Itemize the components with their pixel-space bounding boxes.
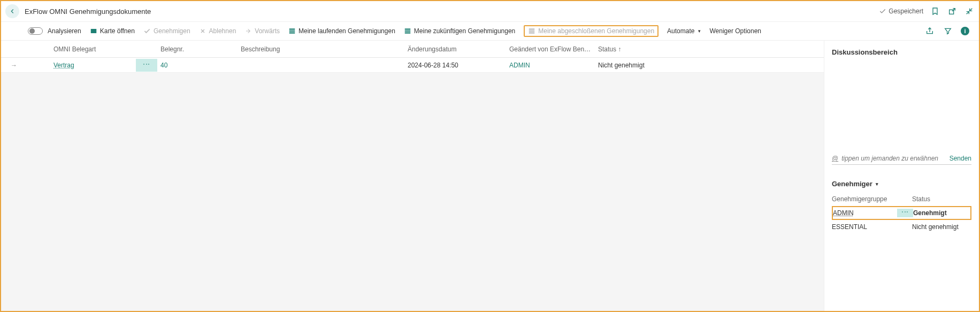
- approver-status: Nicht genehmigt: [912, 223, 971, 231]
- open-card-label: Karte öffnen: [100, 27, 135, 35]
- col-changed-by[interactable]: Geändert von ExFlow Benutzername: [506, 42, 595, 56]
- svg-rect-4: [289, 32, 295, 33]
- status-value: Nicht genehmigt: [595, 59, 670, 71]
- filter-icon: [944, 27, 952, 35]
- collapse-icon: [965, 7, 974, 16]
- bookmark-button[interactable]: [930, 6, 940, 17]
- svg-rect-3: [289, 31, 295, 32]
- doc-no[interactable]: 40: [157, 59, 238, 71]
- arrow-left-icon: [9, 7, 16, 15]
- svg-rect-9: [529, 31, 535, 32]
- approver-group-link[interactable]: ADMIN: [833, 209, 854, 217]
- reject-label: Ablehnen: [209, 27, 236, 35]
- check-icon: [143, 27, 151, 35]
- my-future-label: Meine zukünftigen Genehmigungen: [414, 27, 515, 35]
- share-button[interactable]: [924, 26, 935, 36]
- toggle-icon: [28, 27, 43, 35]
- info-button[interactable]: i: [961, 27, 969, 35]
- grid-header: OMNI Belegart Belegnr. Beschreibung Ände…: [1, 41, 824, 58]
- popout-icon: [948, 7, 956, 16]
- forward-label: Vorwärts: [255, 27, 280, 35]
- row-arrow-icon: →: [1, 59, 27, 71]
- row-menu-button[interactable]: ⋮: [136, 59, 157, 72]
- col-status[interactable]: Status ↑: [595, 42, 670, 56]
- vertical-dots-icon: ⋮: [902, 209, 908, 216]
- approve-label: Genehmigen: [154, 27, 190, 35]
- svg-rect-1: [90, 29, 96, 33]
- col-doc-no[interactable]: Belegnr.: [157, 42, 238, 56]
- info-icon: i: [964, 28, 966, 34]
- saved-indicator: Gespeichert: [879, 7, 923, 15]
- chevron-down-icon: ▾: [698, 28, 701, 34]
- saved-label: Gespeichert: [889, 7, 923, 15]
- col-change-date[interactable]: Änderungsdatum: [404, 42, 506, 56]
- approver-row[interactable]: ADMIN ⋮ Genehmigt: [832, 206, 971, 220]
- svg-rect-10: [529, 32, 535, 33]
- open-card-button[interactable]: Karte öffnen: [90, 27, 135, 35]
- change-date: 2024-06-28 14:50: [404, 59, 506, 71]
- approver-table-header: Genehmigergruppe Status: [832, 195, 971, 203]
- back-button[interactable]: [5, 4, 19, 18]
- page-title: ExFlow OMNI Genehmigungsdokumente: [25, 7, 151, 16]
- filter-button[interactable]: [943, 26, 953, 36]
- row-menu-button[interactable]: ⋮: [897, 209, 913, 217]
- approver-group: ESSENTIAL: [832, 223, 896, 231]
- analyze-toggle[interactable]: Analysieren: [28, 27, 81, 35]
- svg-rect-5: [405, 28, 411, 29]
- automate-label: Automate: [667, 27, 694, 35]
- toolbar: Analysieren Karte öffnen Genehmigen Able…: [1, 21, 979, 41]
- doc-type-link[interactable]: Vertrag: [53, 62, 74, 69]
- approver-section-header[interactable]: Genehmiger ▾: [832, 180, 971, 188]
- main-area: OMNI Belegart Belegnr. Beschreibung Ände…: [1, 41, 824, 311]
- svg-rect-7: [405, 32, 411, 33]
- fewer-options-button[interactable]: Weniger Optionen: [709, 27, 761, 35]
- check-icon: [879, 7, 886, 15]
- card-icon: [90, 27, 97, 35]
- bookmark-icon: [931, 7, 939, 16]
- discussion-body: [832, 62, 971, 153]
- discussion-title: Diskussionsbereich: [832, 48, 971, 56]
- mention-row: @ Senden: [832, 153, 971, 165]
- list-icon: [288, 27, 296, 35]
- svg-rect-8: [529, 28, 535, 29]
- collapse-button[interactable]: [964, 6, 975, 17]
- my-running-label: Meine laufenden Genehmigungen: [298, 27, 395, 35]
- col-description[interactable]: Beschreibung: [238, 42, 404, 56]
- approver-col-status: Status: [912, 195, 971, 203]
- table-row[interactable]: → Vertrag ⋮ 40 2024-06-28 14:50 ADMIN Ni…: [1, 58, 824, 73]
- svg-rect-2: [289, 28, 295, 29]
- popout-button[interactable]: [947, 6, 958, 17]
- analyze-label: Analysieren: [48, 27, 81, 35]
- forward-icon: [244, 27, 252, 35]
- mention-input[interactable]: [841, 155, 946, 162]
- fewer-options-label: Weniger Optionen: [709, 27, 761, 35]
- share-icon: [925, 27, 934, 35]
- my-future-button[interactable]: Meine zukünftigen Genehmigungen: [404, 27, 515, 35]
- vertical-dots-icon: ⋮: [143, 61, 150, 68]
- titlebar: ExFlow OMNI Genehmigungsdokumente Gespei…: [1, 1, 979, 21]
- chevron-down-icon: ▾: [876, 181, 878, 187]
- side-panel: Diskussionsbereich @ Senden Genehmiger ▾…: [824, 41, 979, 311]
- approver-title: Genehmiger: [832, 180, 872, 188]
- my-closed-button[interactable]: Meine abgeschloßenen Genehmigungen: [524, 25, 659, 37]
- description: [238, 63, 404, 67]
- svg-rect-6: [405, 31, 411, 32]
- approver-col-group: Genehmigergruppe: [832, 195, 896, 203]
- list-icon: [404, 27, 411, 35]
- col-doc-type[interactable]: OMNI Belegart: [50, 42, 136, 56]
- automate-menu[interactable]: Automate ▾: [667, 27, 701, 35]
- approver-row[interactable]: ESSENTIAL Nicht genehmigt: [832, 220, 971, 234]
- my-closed-label: Meine abgeschloßenen Genehmigungen: [538, 27, 654, 35]
- forward-button[interactable]: Vorwärts: [244, 27, 280, 35]
- approve-button[interactable]: Genehmigen: [143, 27, 190, 35]
- x-icon: [199, 27, 206, 35]
- reject-button[interactable]: Ablehnen: [199, 27, 236, 35]
- at-icon[interactable]: @: [832, 155, 838, 162]
- send-button[interactable]: Senden: [950, 155, 971, 162]
- my-running-button[interactable]: Meine laufenden Genehmigungen: [288, 27, 395, 35]
- approver-status: Genehmigt: [913, 209, 972, 217]
- list-icon: [528, 27, 535, 35]
- changed-by[interactable]: ADMIN: [506, 59, 595, 71]
